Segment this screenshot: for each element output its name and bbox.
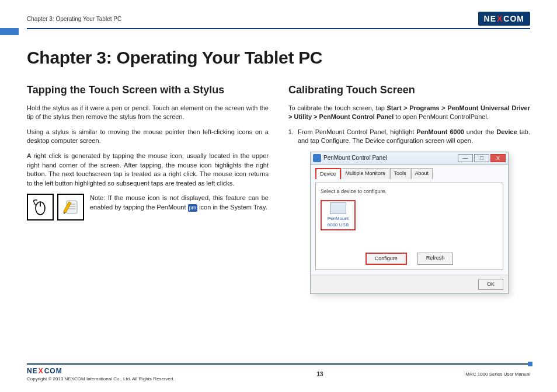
dialog-button-row: Configure Refresh	[316, 253, 503, 265]
right-heading: Calibrating Touch Screen	[288, 83, 530, 98]
window-buttons: — □ X	[458, 154, 506, 162]
footer-tick-icon	[528, 362, 532, 366]
dialog-inner-panel: Select a device to configure. PenMount 6…	[315, 183, 503, 270]
header-chapter-ref: Chapter 3: Operating Your Tablet PC	[27, 16, 121, 22]
left-p1: Hold the stylus as if it were a pen or p…	[27, 104, 269, 122]
dialog-title-icon	[313, 154, 321, 162]
device-icon	[330, 202, 346, 214]
note-icons	[27, 194, 84, 220]
configure-button[interactable]: Configure	[365, 253, 407, 265]
note-text: Note: If the mouse icon is not displayed…	[90, 194, 269, 212]
right-column: Calibrating Touch Screen To calibrate th…	[288, 83, 530, 294]
note-box: Note: If the mouse icon is not displayed…	[27, 194, 269, 220]
device-item-penmount-6000[interactable]: PenMount 6000 USB	[321, 200, 356, 231]
left-column: Tapping the Touch Screen with a Stylus H…	[27, 83, 269, 294]
chapter-title: Chapter 3: Operating Your Tablet PC	[27, 48, 530, 68]
dialog-instruction: Select a device to configure.	[321, 188, 498, 195]
minimize-button[interactable]: —	[458, 154, 473, 162]
step-1: From PenMount Control Panel, highlight P…	[295, 128, 530, 146]
maximize-button[interactable]: □	[474, 154, 489, 162]
tab-device[interactable]: Device	[315, 168, 341, 179]
footer-copyright: Copyright © 2013 NEXCOM International Co…	[27, 376, 175, 382]
refresh-button[interactable]: Refresh	[417, 253, 454, 265]
header-accent-block	[0, 28, 19, 35]
pm-badge-icon: pm	[188, 204, 198, 212]
footer-doc-title: MRC 1000 Series User Manual	[465, 372, 530, 377]
dialog-tabs: Device Multiple Monitors Tools About	[315, 168, 503, 179]
tab-tools[interactable]: Tools	[390, 168, 410, 179]
notepad-pencil-icon	[57, 194, 84, 220]
left-heading: Tapping the Touch Screen with a Stylus	[27, 83, 269, 98]
page-footer: NEXCOM Copyright © 2013 NEXCOM Internati…	[27, 363, 530, 382]
tab-multiple-monitors[interactable]: Multiple Monitors	[342, 168, 389, 179]
page-header: Chapter 3: Operating Your Tablet PC NEXC…	[27, 12, 530, 26]
dialog-titlebar: PenMount Control Panel — □ X	[311, 152, 508, 164]
footer-left: NEXCOM Copyright © 2013 NEXCOM Internati…	[27, 367, 175, 382]
nexcom-logo: NEXCOM	[478, 12, 530, 26]
page-number: 13	[316, 371, 323, 377]
dialog-title-text: PenMount Control Panel	[323, 154, 387, 162]
header-rule	[27, 28, 530, 29]
tab-about[interactable]: About	[411, 168, 433, 179]
footer-logo: NEXCOM	[27, 367, 62, 375]
ok-button[interactable]: OK	[478, 279, 503, 290]
dialog-body: Device Multiple Monitors Tools About Sel…	[311, 164, 508, 275]
right-intro: To calibrate the touch screen, tap Start…	[288, 104, 530, 122]
left-p3: A right click is generated by tapping th…	[27, 152, 269, 188]
mouse-icon	[27, 194, 54, 220]
steps-list: From PenMount Control Panel, highlight P…	[295, 128, 530, 146]
close-button[interactable]: X	[490, 154, 506, 162]
dialog-footer: OK	[311, 275, 508, 293]
content-columns: Tapping the Touch Screen with a Stylus H…	[27, 83, 530, 294]
footer-rule	[27, 363, 530, 365]
left-p2: Using a stylus is similar to moving the …	[27, 128, 269, 146]
penmount-dialog: PenMount Control Panel — □ X Device Mult…	[310, 152, 509, 294]
